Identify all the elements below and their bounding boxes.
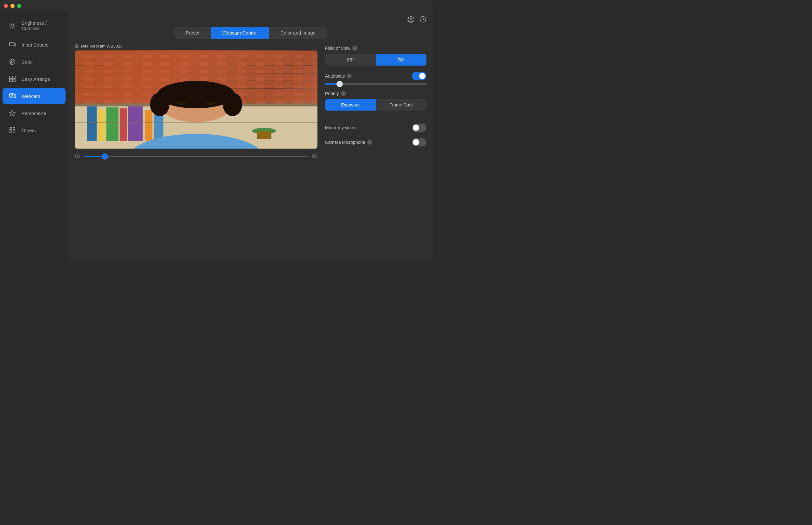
fov-buttons: 65° 78° <box>325 54 426 65</box>
sidebar-item-color[interactable]: Color <box>2 54 65 70</box>
controls-panel: Field of View i 65° 78° Autofocus i <box>325 44 426 256</box>
fov-label-row: Field of View i <box>325 46 426 51</box>
sidebar-label-webcam: Webcam <box>21 93 40 99</box>
webcam-device-bar: Dell Webcam WB3023 <box>75 44 317 48</box>
svg-line-7 <box>11 27 11 28</box>
svg-point-48 <box>206 102 216 105</box>
sidebar-label-others: Others <box>21 128 36 133</box>
input-source-icon <box>9 41 16 48</box>
priority-buttons: Exposure Frame Rate <box>325 99 426 110</box>
mirror-video-section: Mirror my video <box>325 123 426 132</box>
svg-line-53 <box>316 157 316 158</box>
content-area: Preset Webcam Control Color and Image De… <box>69 11 433 262</box>
zoom-out-icon <box>75 153 80 160</box>
svg-point-45 <box>150 92 169 116</box>
others-icon <box>9 127 16 134</box>
svg-marker-18 <box>10 110 15 116</box>
settings-icon[interactable] <box>407 16 415 25</box>
divider-1 <box>325 117 426 117</box>
top-bar <box>69 11 433 27</box>
traffic-lights <box>4 4 21 8</box>
sidebar-item-personalize[interactable]: Personalize <box>2 105 65 121</box>
autofocus-label: Autofocus <box>325 74 345 78</box>
camera-microphone-label: Camera Microphone <box>325 140 365 145</box>
camera-microphone-toggle-row: Camera Microphone i <box>325 138 426 146</box>
sidebar-label-input-source: Input Source <box>21 42 48 47</box>
priority-info-icon[interactable]: i <box>341 91 346 96</box>
svg-rect-21 <box>10 131 12 133</box>
camera-microphone-section: Camera Microphone i <box>325 138 426 146</box>
maximize-button[interactable] <box>17 4 21 8</box>
webcam-section: Dell Webcam WB3023 <box>75 44 317 256</box>
autofocus-info-icon[interactable]: i <box>347 74 352 78</box>
sidebar-item-brightness-contrast[interactable]: Brightness / Contrast <box>2 16 65 35</box>
tab-webcam-control[interactable]: Webcam Control <box>211 27 269 39</box>
svg-line-50 <box>78 157 79 158</box>
svg-rect-20 <box>13 128 15 130</box>
sidebar-item-others[interactable]: Others <box>2 122 65 138</box>
app-body: Brightness / Contrast Input Source Color <box>0 11 433 262</box>
autofocus-slider[interactable] <box>325 83 426 85</box>
tab-color-and-image[interactable]: Color and Image <box>269 27 327 39</box>
priority-label: Priority <box>325 91 339 96</box>
priority-label-row: Priority i <box>325 91 426 96</box>
svg-rect-13 <box>13 76 15 78</box>
zoom-in-icon <box>312 153 317 160</box>
priority-exposure-button[interactable]: Exposure <box>325 99 376 110</box>
svg-point-46 <box>223 92 242 116</box>
main-split: Dell Webcam WB3023 <box>69 44 433 262</box>
titlebar <box>0 0 433 11</box>
svg-point-24 <box>420 16 426 22</box>
priority-section: Priority i Exposure Frame Rate <box>325 91 426 110</box>
autofocus-label-row: Autofocus i <box>325 74 352 78</box>
svg-rect-16 <box>10 94 14 97</box>
svg-point-47 <box>177 102 186 105</box>
sidebar-label-color: Color <box>21 59 33 65</box>
svg-rect-22 <box>13 131 15 133</box>
tab-bar: Preset Webcam Control Color and Image <box>69 27 433 39</box>
mirror-video-label: Mirror my video <box>325 125 356 130</box>
sidebar-label-easy-arrange: Easy Arrange <box>21 76 50 82</box>
easy-arrange-icon <box>9 75 16 82</box>
autofocus-toggle-row: Autofocus i <box>325 72 426 80</box>
color-icon <box>9 58 16 65</box>
priority-framerate-button[interactable]: Frame Rate <box>376 99 426 110</box>
fov-65-button[interactable]: 65° <box>325 54 376 65</box>
svg-rect-14 <box>10 79 12 82</box>
fov-label: Field of View <box>325 46 350 51</box>
autofocus-section: Autofocus i <box>325 72 426 85</box>
svg-rect-9 <box>10 43 14 46</box>
camera-microphone-label-row: Camera Microphone i <box>325 140 372 145</box>
webcam-device-label: Dell Webcam WB3023 <box>81 44 123 48</box>
sidebar-label-brightness: Brightness / Contrast <box>21 20 59 31</box>
fov-info-icon[interactable]: i <box>352 46 357 51</box>
close-button[interactable] <box>4 4 8 8</box>
camera-microphone-info-icon[interactable]: i <box>367 140 372 145</box>
svg-rect-15 <box>13 79 15 82</box>
minimize-button[interactable] <box>11 4 15 8</box>
mirror-video-toggle-knob <box>413 124 419 131</box>
mirror-video-toggle-row: Mirror my video <box>325 123 426 132</box>
webcam-icon <box>9 92 16 100</box>
svg-rect-12 <box>10 76 12 78</box>
brightness-icon <box>9 22 16 29</box>
sidebar: Brightness / Contrast Input Source Color <box>0 11 69 262</box>
field-of-view-section: Field of View i 65° 78° <box>325 46 426 65</box>
camera-microphone-toggle[interactable] <box>412 138 426 146</box>
sidebar-item-input-source[interactable]: Input Source <box>2 37 65 52</box>
svg-rect-19 <box>10 128 12 130</box>
webcam-status-dot <box>75 44 78 48</box>
autofocus-toggle-knob <box>419 73 425 79</box>
fov-78-button[interactable]: 78° <box>376 54 426 65</box>
mirror-video-toggle[interactable] <box>412 123 426 132</box>
sidebar-item-easy-arrange[interactable]: Easy Arrange <box>2 71 65 87</box>
help-icon[interactable] <box>419 16 426 25</box>
svg-point-17 <box>11 94 13 96</box>
camera-microphone-toggle-knob <box>413 139 419 146</box>
tab-preset[interactable]: Preset <box>174 27 211 39</box>
zoom-slider[interactable] <box>84 156 308 157</box>
svg-point-41 <box>128 134 264 149</box>
svg-line-5 <box>11 24 11 24</box>
sidebar-item-webcam[interactable]: Webcam <box>2 88 65 104</box>
autofocus-toggle[interactable] <box>412 72 426 80</box>
